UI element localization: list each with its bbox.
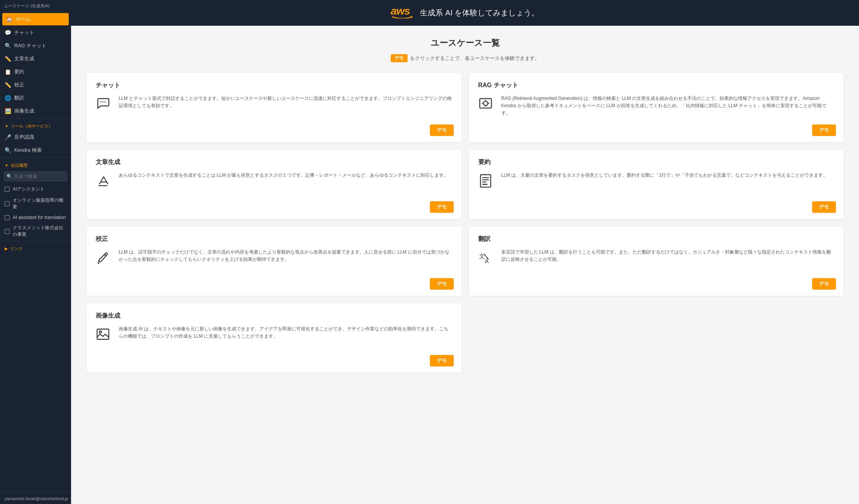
sidebar-item-translate[interactable]: 🌐 翻訳 [0, 91, 71, 104]
card-imagegen-demo-btn[interactable]: デモ [430, 355, 454, 366]
card-rag-icon [478, 95, 495, 135]
persona-label-3: AI assistant for translation [13, 215, 66, 220]
card-translate-title: 翻訳 [478, 235, 835, 243]
sidebar-proofread-label: 校正 [14, 81, 24, 88]
svg-rect-5 [479, 99, 491, 108]
card-proofread-icon [96, 249, 113, 289]
home-icon: 🏠 [6, 16, 13, 22]
translate-icon: 🌐 [5, 95, 11, 101]
sidebar-translate-label: 翻訳 [14, 94, 24, 101]
persona-item-ai-translation[interactable]: AI assistant for translation [0, 212, 71, 222]
card-imagegen-body: 画像生成 AI は、テキストや画像を元に新しい画像を生成できます。アイデアを即座… [96, 325, 452, 366]
card-translate-icon: 文 A [478, 249, 495, 289]
card-chat-demo-btn[interactable]: デモ [430, 124, 454, 136]
card-chat-text: LLM とチャット形式で対話することができます。短かいユースケースや新しいユース… [119, 95, 452, 135]
persona-item-online-med[interactable]: オンライン服薬指導の概要 [0, 195, 71, 212]
sidebar-item-kendra[interactable]: 🔍 Kendra 検索 [0, 144, 71, 157]
sidebar-summary-label: 要約 [14, 68, 24, 75]
card-textgen-text: あらゆるコンテキストで文章を生成することは LLM が最も得意とするタスクの１つ… [119, 172, 452, 212]
card-summary-icon [478, 172, 495, 212]
svg-point-22 [99, 331, 102, 333]
sidebar-item-rag[interactable]: 🔍 RAG チャット [0, 39, 71, 52]
card-proofread-text: LLM は、誤字脱字のチェックだけでなく、文章の流れや内容を考慮したより客観的な… [119, 249, 452, 289]
sidebar-item-home[interactable]: 🏠 ホーム [2, 13, 69, 25]
svg-point-3 [103, 101, 104, 103]
card-summary-demo-btn[interactable]: デモ [812, 201, 836, 213]
tools-arrow-icon: ▼ [5, 124, 8, 128]
translate-card-icon-svg: 文 A [478, 250, 493, 265]
kendra-icon: 🔍 [5, 147, 11, 153]
card-chat: チャット LLM とチャット形式で対話することができます。短かいユースケースや新… [86, 73, 461, 142]
cards-grid: チャット LLM とチャット形式で対話することができます。短かいユースケースや新… [86, 73, 844, 373]
sidebar-footer: yamamoto.hiroki@classmethod.jp ⚙️ [0, 492, 71, 504]
card-translate-demo-btn[interactable]: デモ [812, 278, 836, 290]
card-summary-title: 要約 [478, 158, 835, 166]
sidebar-item-chat[interactable]: 💬 チャット [0, 26, 71, 39]
summary-card-icon-svg [478, 173, 493, 188]
card-proofread-demo-btn[interactable]: デモ [430, 278, 454, 290]
card-summary: 要約 LLM は、大量の文章を要約するタスクを得意としています。要約する際に「1… [469, 150, 844, 219]
card-textgen: 文章生成 あらゆるコンテキストで文章を生成することは LLM が最も得意とするタ… [86, 150, 461, 219]
textgen-card-icon-svg [96, 173, 110, 188]
card-summary-body: LLM は、大量の文章を要約するタスクを得意としています。要約する際に「1行で」… [478, 172, 835, 212]
persona-label-4: クラスメソッド株式会社の事業 [13, 225, 66, 238]
persona-item-ai-assistant[interactable]: AIアシスタント [0, 184, 71, 195]
card-chat-title: チャット [96, 81, 452, 90]
divider-3 [0, 241, 71, 241]
sidebar-item-proofread[interactable]: ✏️ 校正 [0, 78, 71, 91]
links-section-title: ▶ リンク [0, 242, 71, 253]
svg-point-4 [104, 101, 106, 103]
sidebar-item-textgen[interactable]: ✏️ 文章生成 [0, 52, 71, 65]
persona-checkbox-4[interactable] [5, 229, 10, 234]
persona-checkbox-2[interactable] [5, 201, 10, 206]
card-summary-text: LLM は、大量の文章を要約するタスクを得意としています。要約する際に「1行で」… [501, 172, 835, 212]
svg-text:aws: aws [391, 5, 410, 17]
persona-item-classmethod[interactable]: クラスメソッド株式会社の事業 [0, 222, 71, 240]
chat-icon: 💬 [5, 30, 11, 36]
svg-text:A: A [485, 258, 489, 264]
svg-point-6 [483, 101, 488, 105]
proofread-card-icon-svg [96, 250, 110, 265]
persona-checkbox-3[interactable] [5, 215, 10, 220]
card-rag-demo-btn[interactable]: デモ [812, 124, 836, 136]
sidebar-textgen-label: 文章生成 [14, 55, 34, 62]
svg-marker-1 [411, 16, 413, 18]
card-imagegen-icon [96, 325, 113, 366]
divider-2 [0, 158, 71, 158]
card-translate: 翻訳 文 A 多言語で学習した LLM は、翻訳を行うことも可能です。また、ただ… [469, 227, 844, 296]
speech-icon: 🎤 [5, 134, 11, 140]
card-rag-title: RAG チャット [478, 81, 835, 90]
persona-checkbox-1[interactable] [5, 187, 10, 192]
sidebar-search-icon: 🔍 [7, 174, 12, 179]
links-arrow-icon: ▶ [5, 246, 8, 251]
sidebar-rag-label: RAG チャット [14, 42, 46, 49]
tools-section-title: ▼ ツール（AIサービス） [0, 119, 71, 131]
sidebar-nav: 🏠 ホーム 💬 チャット 🔍 RAG チャット ✏️ 文章生成 📋 要約 ✏️ … [0, 12, 71, 118]
svg-rect-16 [482, 184, 487, 185]
card-textgen-title: 文章生成 [96, 158, 452, 166]
sidebar-item-summary[interactable]: 📋 要約 [0, 65, 71, 78]
card-imagegen-title: 画像生成 [96, 312, 452, 320]
svg-rect-21 [97, 329, 109, 340]
card-textgen-demo-btn[interactable]: デモ [430, 201, 454, 213]
sidebar-header: ユースケース (生成系AI) [0, 0, 71, 12]
sidebar-item-imagegen[interactable]: 🖼️ 画像生成 [0, 104, 71, 118]
textgen-icon: ✏️ [5, 56, 11, 62]
sidebar-item-speech[interactable]: 🎤 音声認識 [0, 131, 71, 144]
sidebar-chat-label: チャット [14, 29, 34, 36]
sidebar-home-label: ホーム [16, 16, 31, 23]
svg-text:文: 文 [479, 253, 484, 259]
card-imagegen: 画像生成 画像生成 AI は、テキストや画像を元に新しい画像を生成できます。アイ… [86, 303, 461, 373]
persona-label-2: オンライン服薬指導の概要 [13, 197, 66, 210]
imagegen-card-icon-svg [96, 327, 110, 342]
page-subtitle: デモ をクリックすることで、各ユースケースを体験できます。 [86, 54, 844, 62]
sidebar-imagegen-label: 画像生成 [14, 108, 34, 114]
demo-badge-subtitle: デモ [391, 54, 408, 62]
svg-line-17 [104, 254, 106, 256]
sidebar: ユースケース (生成系AI) 🏠 ホーム 💬 チャット 🔍 RAG チャット ✏… [0, 0, 71, 504]
sidebar-search-input[interactable] [4, 171, 67, 181]
card-proofread: 校正 LLM は、誤字脱字のチェックだけでなく、文章の流れや内容を考慮したより客… [86, 227, 461, 296]
page-title: ユースケース一覧 [86, 37, 844, 49]
header-tagline: 生成系 AI を体験してみましょう。 [420, 8, 539, 18]
summary-icon: 📋 [5, 69, 11, 75]
